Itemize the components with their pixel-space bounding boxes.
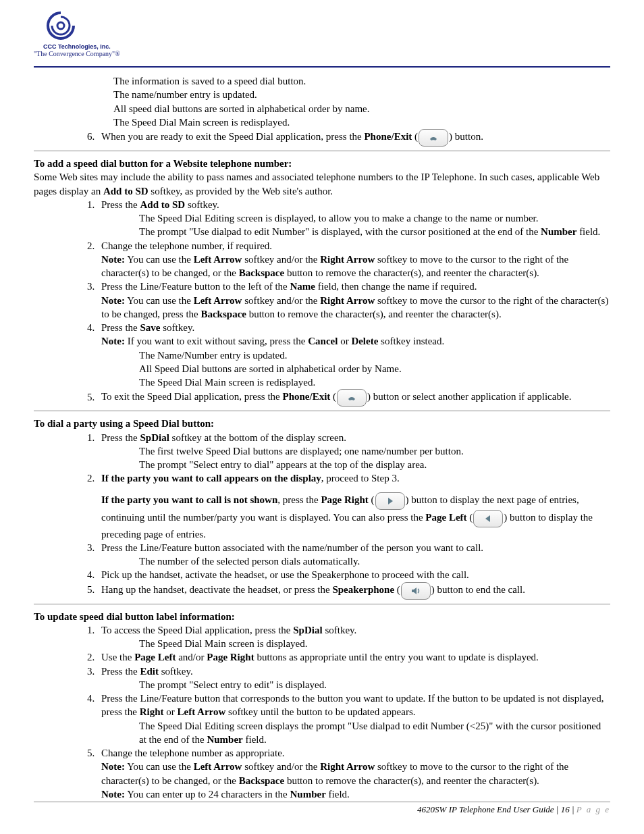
footer-page-word: P a g e — [576, 804, 610, 814]
intro-sub-line-1: The information is saved to a speed dial… — [113, 74, 610, 88]
svg-point-0 — [57, 22, 64, 29]
section-a-heading: To add a speed dial button for a Website… — [34, 158, 292, 169]
section-divider — [34, 411, 610, 411]
logo-swirl-icon — [34, 9, 88, 42]
step-c3: Press the Edit softkey. The prompt "Sele… — [97, 664, 610, 692]
step-c2: Use the Page Left and/or Page Right butt… — [97, 650, 610, 664]
step-a3: Press the Line/Feature button to the lef… — [97, 280, 610, 321]
footer-guide-title: 4620SW IP Telephone End User Guide | 16 … — [417, 804, 576, 814]
page-right-icon — [375, 492, 405, 510]
speakerphone-icon — [401, 582, 431, 600]
document-body: The information is saved to a speed dial… — [34, 74, 610, 801]
logo-company-name: CCC Technologies, Inc. — [34, 43, 120, 50]
section-c-heading: To update speed dial button label inform… — [34, 611, 235, 622]
step-b1: Press the SpDial softkey at the bottom o… — [97, 431, 610, 472]
page-left-icon — [473, 510, 503, 527]
logo-tagline: "The Convergence Company"® — [34, 50, 120, 57]
step-c5: Change the telephone number as appropria… — [97, 746, 610, 801]
step-b5: Hang up the handset, deactivate the head… — [97, 582, 610, 600]
intro-sub-line-4: The Speed Dial Main screen is redisplaye… — [113, 115, 610, 129]
logo: CCC Technologies, Inc. "The Convergence … — [34, 9, 120, 57]
section-divider — [34, 151, 610, 151]
step-a5: To exit the Speed Dial application, pres… — [97, 389, 610, 407]
intro-step-6: When you are ready to exit the Speed Dia… — [97, 129, 610, 147]
step-b4: Pick up the handset, activate the headse… — [97, 568, 610, 581]
step-c1: To access the Speed Dial application, pr… — [97, 623, 610, 651]
page-footer: 4620SW IP Telephone End User Guide | 16 … — [34, 797, 610, 816]
section-a-intro: Some Web sites may include the ability t… — [34, 170, 610, 198]
phone-exit-icon — [419, 129, 448, 147]
footer-divider — [34, 802, 610, 802]
header-divider — [34, 66, 610, 68]
step-b3: Press the Line/Feature button associated… — [97, 541, 610, 569]
phone-exit-icon — [337, 389, 367, 407]
intro-sub-line-3: All speed dial buttons are sorted in alp… — [113, 102, 610, 115]
step-a2: Change the telephone number, if required… — [97, 239, 610, 280]
step-a1: Press the Add to SD softkey. The Speed D… — [97, 198, 610, 239]
section-b-heading: To dial a party using a Speed Dial butto… — [34, 418, 214, 429]
intro-sub-line-2: The name/number entry is updated. — [113, 88, 610, 101]
step-c4: Press the Line/Feature button that corre… — [97, 692, 610, 746]
section-divider — [34, 604, 610, 604]
step-a4: Press the Save softkey. Note: If you wan… — [97, 321, 610, 389]
step-b2: If the party you want to call appears on… — [97, 471, 610, 541]
